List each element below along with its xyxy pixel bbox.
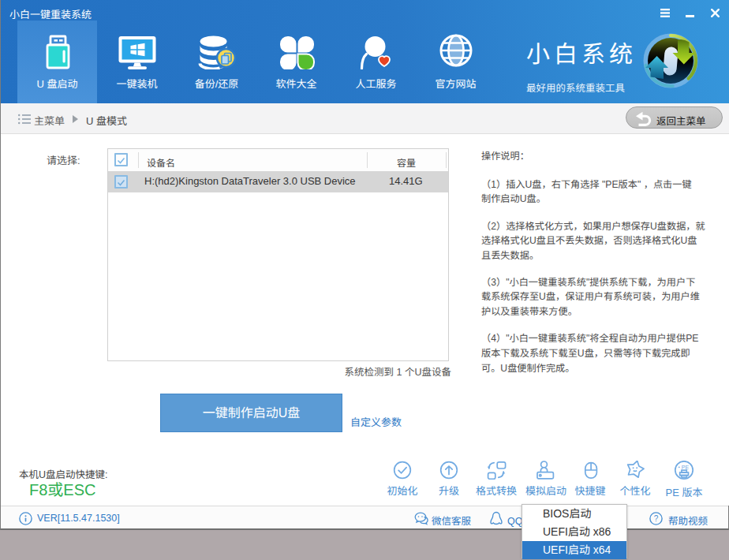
svg-text:PE: PE [682,465,690,470]
svg-text:?: ? [654,514,659,523]
